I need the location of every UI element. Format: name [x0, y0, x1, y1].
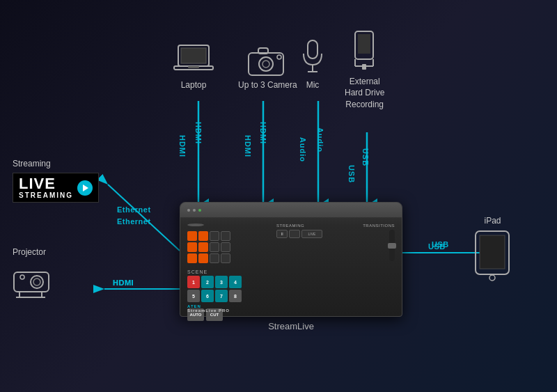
projector-label: Projector [13, 247, 65, 257]
hdmi-label-2: HDMI [259, 122, 267, 144]
svg-rect-37 [480, 235, 505, 269]
usb-label-1: USB [361, 148, 370, 166]
recording-label: Recording [345, 100, 384, 111]
brand-label: ATEN StreamLive PRO [187, 304, 230, 313]
ipad-label: iPad [470, 216, 515, 226]
hdd-icon: ExternalHard Drive Recording [345, 28, 384, 109]
mic-icon: Mic [299, 38, 326, 91]
live-streaming-badge: LIVE STREAMING [13, 173, 99, 203]
audio-label: Audio [316, 127, 324, 152]
svg-rect-24 [358, 34, 370, 54]
camera-hdmi-label: HDMI [244, 135, 252, 157]
svg-point-30 [31, 276, 43, 288]
hdd-usb-label: USB [347, 165, 356, 183]
live-text: LIVE [19, 175, 56, 192]
hdmi-label-1: HDMI [194, 122, 203, 144]
mic-label: Mic [299, 80, 326, 91]
svg-rect-20 [308, 40, 317, 58]
laptop-label: Laptop [173, 80, 214, 91]
svg-point-19 [277, 55, 281, 59]
svg-point-31 [33, 279, 40, 285]
camera-label: Up to 3 Camera [238, 80, 297, 91]
usb-label-2: USB [428, 242, 446, 251]
laptop-icon: Laptop [173, 42, 214, 91]
ethernet-label: Ethernet [117, 205, 151, 214]
svg-rect-28 [362, 64, 366, 70]
ipad-icon: iPad [470, 216, 515, 287]
svg-rect-15 [249, 53, 283, 75]
streaming-section-label: Streaming [13, 159, 51, 168]
projector-section: Projector [13, 247, 65, 301]
mic-audio-label: Audio [299, 137, 307, 162]
svg-point-17 [262, 61, 269, 68]
camera-icon: Up to 3 Camera [238, 42, 297, 91]
hdmi-label-3: HDMI [113, 279, 134, 287]
svg-rect-12 [181, 48, 206, 63]
projector-icon [13, 260, 65, 298]
knob[interactable] [187, 224, 204, 226]
hdd-label: ExternalHard Drive [345, 77, 384, 98]
svg-point-35 [20, 275, 24, 279]
svg-rect-14 [188, 66, 199, 68]
streaming-text: STREAMING [19, 191, 73, 199]
streamlive-label: StreamLive [180, 321, 402, 331]
streamlive-device: SCENE 1 2 3 4 5 6 7 8 [180, 202, 402, 324]
laptop-hdmi-label: HDMI [178, 135, 187, 157]
svg-point-16 [259, 57, 273, 71]
svg-point-38 [489, 275, 495, 281]
play-icon [77, 180, 93, 196]
ethernet-text: Ethernet [117, 217, 151, 226]
